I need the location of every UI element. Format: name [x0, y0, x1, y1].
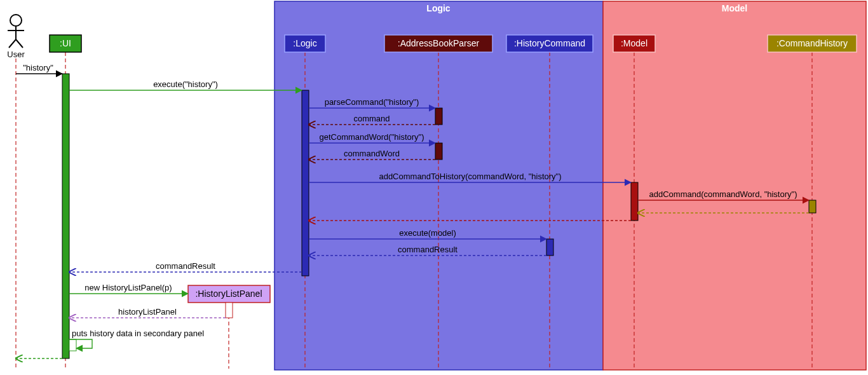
- svg-line-5: [9, 39, 16, 48]
- msg-commandresult-1-label: commandResult: [398, 245, 458, 254]
- msg-history-label: "history": [23, 63, 53, 72]
- msg-commandresult-2-label: commandResult: [156, 261, 215, 271]
- activation-ui-self: [69, 339, 76, 351]
- msg-execute-model-label: execute(model): [399, 228, 456, 238]
- actor-user: User: [7, 15, 25, 59]
- participant-parser-label: :AddressBookParser: [398, 38, 480, 48]
- msg-parsecommand-label: parseCommand("history"): [325, 97, 419, 107]
- participant-logic: :Logic: [285, 35, 325, 52]
- participant-historylistpanel-label: :HistoryListPanel: [195, 289, 262, 299]
- svg-line-6: [16, 39, 23, 48]
- participant-historylistpanel: :HistoryListPanel: [188, 285, 270, 303]
- svg-point-2: [10, 15, 22, 26]
- activation-cmdhistory: [809, 200, 816, 213]
- activation-historycmd: [546, 239, 553, 256]
- participant-historycmd-label: :HistoryCommand: [514, 38, 585, 48]
- region-model-title: Model: [722, 3, 747, 13]
- msg-addcommand-label: addCommand(commandWord, "history"): [649, 189, 797, 199]
- participant-ui-label: :UI: [60, 38, 71, 48]
- activation-model: [631, 182, 638, 221]
- msg-historylistpanel-return-label: historyListPanel: [118, 307, 177, 317]
- msg-getcommandword-label: getCommandWord("history"): [319, 132, 424, 142]
- msg-command-return-label: command: [353, 114, 390, 123]
- actor-user-label: User: [7, 50, 25, 59]
- sequence-diagram: Logic Model User :UI :Logic :AddressBook…: [0, 0, 868, 375]
- participant-model-label: :Model: [621, 38, 648, 48]
- region-logic-title: Logic: [426, 3, 451, 13]
- activation-logic: [302, 90, 309, 276]
- participant-cmdhistory-label: :CommandHistory: [776, 38, 848, 48]
- msg-execute-history-label: execute("history"): [153, 79, 218, 89]
- participant-logic-label: :Logic: [293, 38, 316, 48]
- activation-ui: [62, 74, 69, 358]
- msg-commandword-return-label: commandWord: [344, 149, 400, 158]
- participant-ui: :UI: [50, 35, 81, 52]
- participant-historycmd: :HistoryCommand: [506, 35, 593, 52]
- msg-self-puts-history-label: puts history data in secondary panel: [72, 329, 204, 338]
- participant-cmdhistory: :CommandHistory: [768, 35, 857, 52]
- msg-addcommandtohistory-label: addCommandToHistory(commandWord, "histor…: [379, 172, 561, 181]
- svg-rect-1: [603, 1, 866, 370]
- activation-parser-1: [435, 108, 442, 125]
- activation-parser-2: [435, 143, 442, 160]
- msg-new-historylistpanel-label: new HistoryListPanel(p): [85, 283, 172, 292]
- participant-parser: :AddressBookParser: [384, 35, 492, 52]
- participant-model: :Model: [613, 35, 655, 52]
- region-model: Model: [603, 1, 866, 370]
- activation-historylistpanel: [226, 303, 233, 318]
